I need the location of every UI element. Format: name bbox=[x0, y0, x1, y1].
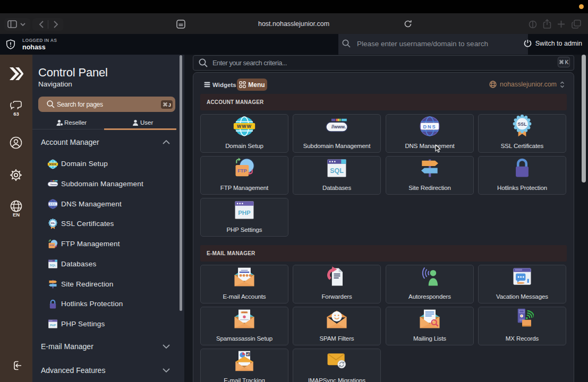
svg-text://www.: //www. bbox=[50, 183, 57, 186]
svg-text:DNS: DNS bbox=[423, 124, 437, 129]
svg-text://www.: //www. bbox=[331, 124, 346, 129]
svg-text:WWW: WWW bbox=[237, 124, 252, 129]
svg-text:DNS: DNS bbox=[50, 203, 56, 205]
svg-text:PHP: PHP bbox=[50, 324, 56, 327]
svg-text:FTP: FTP bbox=[49, 244, 54, 247]
svg-text:SQL: SQL bbox=[330, 167, 344, 175]
svg-text:PHP: PHP bbox=[238, 210, 251, 216]
svg-text:SSL: SSL bbox=[50, 222, 55, 224]
svg-text:SPAM: SPAM bbox=[242, 311, 247, 314]
svg-text:SSL: SSL bbox=[518, 121, 527, 127]
svg-text:FTP: FTP bbox=[237, 168, 246, 173]
svg-text:SQL: SQL bbox=[49, 264, 56, 267]
svg-text:WWW: WWW bbox=[49, 163, 56, 166]
